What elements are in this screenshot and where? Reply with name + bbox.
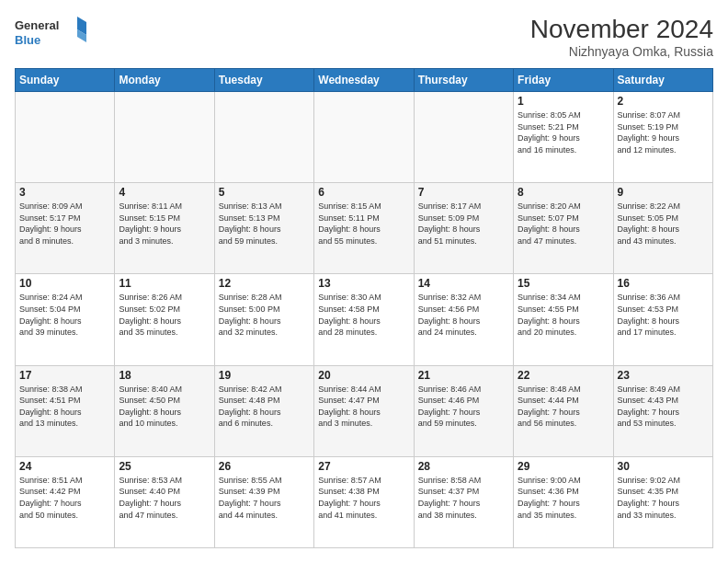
calendar-week-3: 10Sunrise: 8:24 AM Sunset: 5:04 PM Dayli… <box>16 274 713 365</box>
calendar-cell: 4Sunrise: 8:11 AM Sunset: 5:15 PM Daylig… <box>115 183 214 274</box>
day-info: Sunrise: 8:20 AM Sunset: 5:07 PM Dayligh… <box>518 201 609 247</box>
day-info: Sunrise: 8:24 AM Sunset: 5:04 PM Dayligh… <box>19 292 110 338</box>
day-number: 26 <box>219 460 310 473</box>
col-header-tuesday: Tuesday <box>214 69 313 92</box>
day-info: Sunrise: 9:02 AM Sunset: 4:35 PM Dayligh… <box>618 475 709 521</box>
day-number: 13 <box>318 277 409 290</box>
col-header-wednesday: Wednesday <box>314 69 414 92</box>
day-number: 15 <box>518 277 609 290</box>
day-number: 11 <box>119 277 210 290</box>
day-number: 22 <box>518 369 609 382</box>
calendar-cell: 8Sunrise: 8:20 AM Sunset: 5:07 PM Daylig… <box>514 183 613 274</box>
day-number: 8 <box>518 186 609 199</box>
calendar-table: SundayMondayTuesdayWednesdayThursdayFrid… <box>15 68 713 548</box>
day-number: 20 <box>318 369 409 382</box>
day-number: 5 <box>219 186 310 199</box>
calendar-cell <box>115 92 214 183</box>
calendar-cell: 23Sunrise: 8:49 AM Sunset: 4:43 PM Dayli… <box>613 365 712 456</box>
day-number: 9 <box>618 186 709 199</box>
day-info: Sunrise: 8:40 AM Sunset: 4:50 PM Dayligh… <box>119 384 210 430</box>
calendar-cell <box>414 92 513 183</box>
day-info: Sunrise: 8:53 AM Sunset: 4:40 PM Dayligh… <box>119 475 210 521</box>
day-info: Sunrise: 8:11 AM Sunset: 5:15 PM Dayligh… <box>119 201 210 247</box>
svg-text:General: General <box>15 18 59 32</box>
day-number: 6 <box>318 186 409 199</box>
subtitle: Nizhnyaya Omka, Russia <box>530 44 713 59</box>
calendar-cell: 14Sunrise: 8:32 AM Sunset: 4:56 PM Dayli… <box>414 274 513 365</box>
calendar-cell: 1Sunrise: 8:05 AM Sunset: 5:21 PM Daylig… <box>514 92 613 183</box>
calendar-cell: 27Sunrise: 8:57 AM Sunset: 4:38 PM Dayli… <box>314 456 414 547</box>
day-info: Sunrise: 8:07 AM Sunset: 5:19 PM Dayligh… <box>618 109 709 155</box>
day-info: Sunrise: 8:46 AM Sunset: 4:46 PM Dayligh… <box>418 384 509 430</box>
day-number: 7 <box>418 186 509 199</box>
calendar-cell: 26Sunrise: 8:55 AM Sunset: 4:39 PM Dayli… <box>214 456 313 547</box>
day-info: Sunrise: 8:36 AM Sunset: 4:53 PM Dayligh… <box>618 292 709 338</box>
logo-icon: General Blue <box>15 15 88 52</box>
calendar-cell: 5Sunrise: 8:13 AM Sunset: 5:13 PM Daylig… <box>214 183 313 274</box>
logo: General Blue <box>15 15 88 52</box>
day-number: 14 <box>418 277 509 290</box>
day-number: 3 <box>19 186 110 199</box>
day-number: 27 <box>318 460 409 473</box>
day-number: 23 <box>618 369 709 382</box>
calendar-cell: 18Sunrise: 8:40 AM Sunset: 4:50 PM Dayli… <box>115 365 214 456</box>
day-number: 4 <box>119 186 210 199</box>
calendar-cell: 28Sunrise: 8:58 AM Sunset: 4:37 PM Dayli… <box>414 456 513 547</box>
day-info: Sunrise: 9:00 AM Sunset: 4:36 PM Dayligh… <box>518 475 609 521</box>
day-number: 17 <box>19 369 110 382</box>
calendar-cell <box>214 92 313 183</box>
day-number: 30 <box>618 460 709 473</box>
col-header-thursday: Thursday <box>414 69 513 92</box>
day-number: 10 <box>19 277 110 290</box>
day-info: Sunrise: 8:58 AM Sunset: 4:37 PM Dayligh… <box>418 475 509 521</box>
calendar-cell: 24Sunrise: 8:51 AM Sunset: 4:42 PM Dayli… <box>16 456 115 547</box>
day-number: 24 <box>19 460 110 473</box>
col-header-friday: Friday <box>514 69 613 92</box>
calendar-cell <box>314 92 414 183</box>
calendar-cell: 22Sunrise: 8:48 AM Sunset: 4:44 PM Dayli… <box>514 365 613 456</box>
col-header-saturday: Saturday <box>613 69 712 92</box>
calendar-cell: 21Sunrise: 8:46 AM Sunset: 4:46 PM Dayli… <box>414 365 513 456</box>
day-number: 19 <box>219 369 310 382</box>
day-info: Sunrise: 8:44 AM Sunset: 4:47 PM Dayligh… <box>318 384 409 430</box>
day-info: Sunrise: 8:51 AM Sunset: 4:42 PM Dayligh… <box>19 475 110 521</box>
calendar-cell: 17Sunrise: 8:38 AM Sunset: 4:51 PM Dayli… <box>16 365 115 456</box>
day-number: 29 <box>518 460 609 473</box>
calendar-cell: 16Sunrise: 8:36 AM Sunset: 4:53 PM Dayli… <box>613 274 712 365</box>
calendar-cell: 29Sunrise: 9:00 AM Sunset: 4:36 PM Dayli… <box>514 456 613 547</box>
day-number: 12 <box>219 277 310 290</box>
day-info: Sunrise: 8:09 AM Sunset: 5:17 PM Dayligh… <box>19 201 110 247</box>
day-number: 28 <box>418 460 509 473</box>
col-header-sunday: Sunday <box>16 69 115 92</box>
calendar-header-row: SundayMondayTuesdayWednesdayThursdayFrid… <box>16 69 713 92</box>
calendar-week-1: 1Sunrise: 8:05 AM Sunset: 5:21 PM Daylig… <box>16 92 713 183</box>
calendar-cell: 11Sunrise: 8:26 AM Sunset: 5:02 PM Dayli… <box>115 274 214 365</box>
day-info: Sunrise: 8:57 AM Sunset: 4:38 PM Dayligh… <box>318 475 409 521</box>
day-number: 21 <box>418 369 509 382</box>
day-number: 1 <box>518 95 609 108</box>
day-number: 18 <box>119 369 210 382</box>
calendar-body: 1Sunrise: 8:05 AM Sunset: 5:21 PM Daylig… <box>16 92 713 548</box>
day-number: 2 <box>618 95 709 108</box>
day-info: Sunrise: 8:48 AM Sunset: 4:44 PM Dayligh… <box>518 384 609 430</box>
calendar-cell: 25Sunrise: 8:53 AM Sunset: 4:40 PM Dayli… <box>115 456 214 547</box>
calendar-week-4: 17Sunrise: 8:38 AM Sunset: 4:51 PM Dayli… <box>16 365 713 456</box>
day-info: Sunrise: 8:28 AM Sunset: 5:00 PM Dayligh… <box>219 292 310 338</box>
calendar-cell: 30Sunrise: 9:02 AM Sunset: 4:35 PM Dayli… <box>613 456 712 547</box>
calendar-cell: 13Sunrise: 8:30 AM Sunset: 4:58 PM Dayli… <box>314 274 414 365</box>
day-info: Sunrise: 8:05 AM Sunset: 5:21 PM Dayligh… <box>518 109 609 155</box>
main-title: November 2024 <box>530 15 713 44</box>
day-info: Sunrise: 8:15 AM Sunset: 5:11 PM Dayligh… <box>318 201 409 247</box>
day-info: Sunrise: 8:26 AM Sunset: 5:02 PM Dayligh… <box>119 292 210 338</box>
calendar-cell <box>16 92 115 183</box>
day-info: Sunrise: 8:30 AM Sunset: 4:58 PM Dayligh… <box>318 292 409 338</box>
day-number: 16 <box>618 277 709 290</box>
day-info: Sunrise: 8:38 AM Sunset: 4:51 PM Dayligh… <box>19 384 110 430</box>
calendar-week-2: 3Sunrise: 8:09 AM Sunset: 5:17 PM Daylig… <box>16 183 713 274</box>
calendar-cell: 12Sunrise: 8:28 AM Sunset: 5:00 PM Dayli… <box>214 274 313 365</box>
calendar-week-5: 24Sunrise: 8:51 AM Sunset: 4:42 PM Dayli… <box>16 456 713 547</box>
day-info: Sunrise: 8:32 AM Sunset: 4:56 PM Dayligh… <box>418 292 509 338</box>
day-number: 25 <box>119 460 210 473</box>
day-info: Sunrise: 8:34 AM Sunset: 4:55 PM Dayligh… <box>518 292 609 338</box>
calendar-cell: 20Sunrise: 8:44 AM Sunset: 4:47 PM Dayli… <box>314 365 414 456</box>
